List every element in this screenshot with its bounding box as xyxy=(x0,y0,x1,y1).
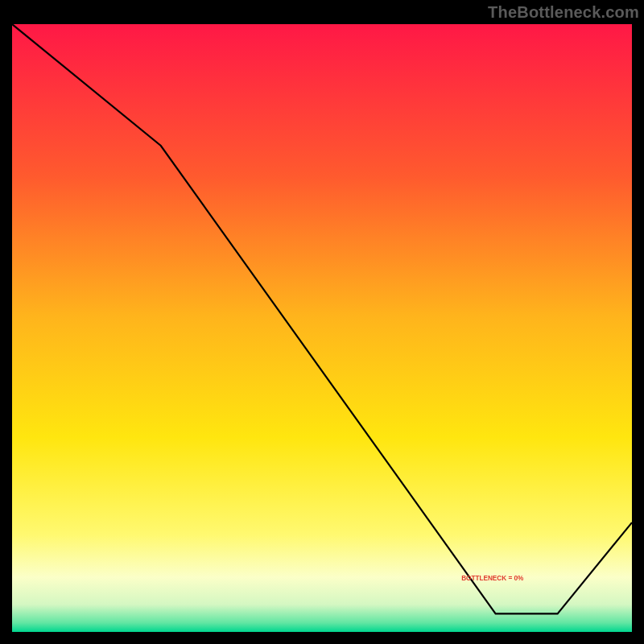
chart-stage: TheBottleneck.com BOTTLENECK = 0% xyxy=(0,0,644,644)
gradient-background xyxy=(12,24,632,632)
plot-frame: BOTTLENECK = 0% xyxy=(12,24,632,632)
chart-svg xyxy=(12,24,632,632)
bottleneck-label: BOTTLENECK = 0% xyxy=(461,575,523,582)
watermark-text: TheBottleneck.com xyxy=(488,3,639,22)
